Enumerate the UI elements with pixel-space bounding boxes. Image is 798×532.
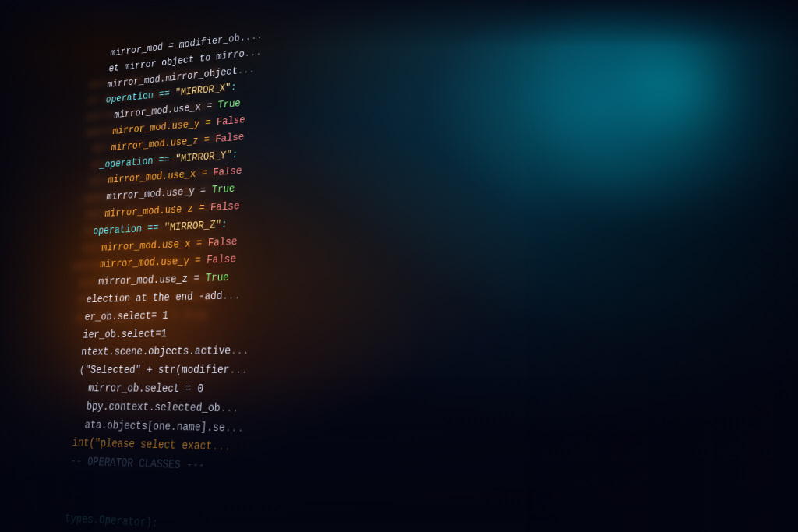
code-editor-scene: mirror_mod = modifier_ob.... et mirror o… <box>0 0 798 532</box>
fade-left <box>0 0 94 532</box>
fade-right <box>525 0 798 532</box>
